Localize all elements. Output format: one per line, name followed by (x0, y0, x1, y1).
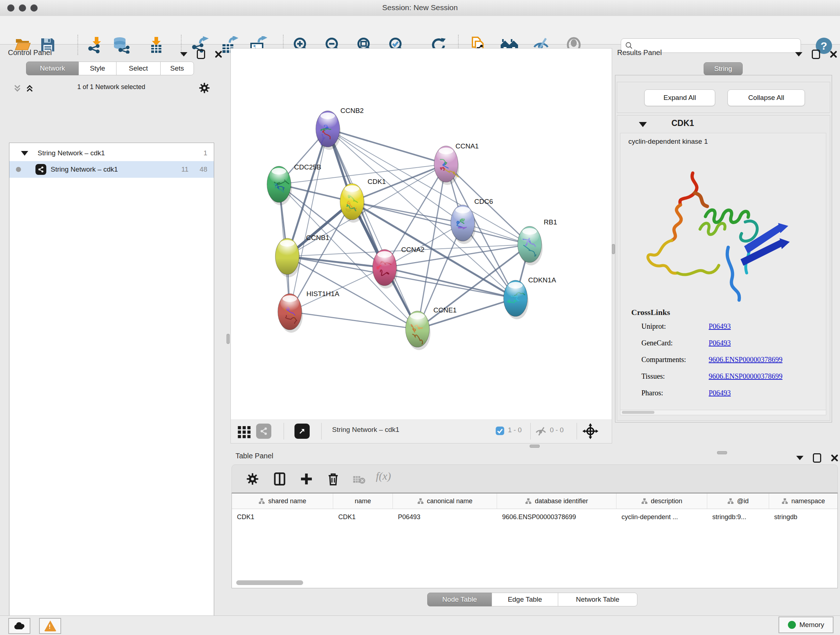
left-splitter-handle[interactable] (226, 334, 230, 344)
selected-checkbox-icon[interactable] (495, 426, 505, 436)
tab-style[interactable]: Style (79, 62, 117, 75)
node-CCNE1[interactable]: CCNE1 (406, 306, 456, 350)
close-panel-icon[interactable] (829, 50, 837, 58)
float-panel-icon[interactable] (180, 52, 187, 57)
tab-node-table[interactable]: Node Table (427, 593, 492, 606)
cytoscape-window: Session: New Session ? Control Panel (0, 0, 840, 635)
edge-HIST1H1A-CCNE1[interactable] (290, 312, 417, 329)
close-panel-icon[interactable] (215, 50, 223, 58)
create-column-plus-icon[interactable] (299, 471, 314, 486)
table-horizontal-scrollbar[interactable] (236, 580, 303, 585)
cell-canonical-name[interactable]: P06493 (393, 509, 497, 525)
delete-table-icon[interactable] (353, 474, 366, 485)
crosslink-compartments-link[interactable]: 9606.ENSP00000378699 (709, 356, 783, 364)
network-node-count: 11 (181, 165, 188, 173)
tab-edge-table[interactable]: Edge Table (492, 593, 558, 606)
float-panel-icon[interactable] (796, 456, 804, 460)
cloud-status-button[interactable] (8, 618, 30, 634)
node-RB1[interactable]: RB1 (518, 218, 557, 265)
tab-network[interactable]: Network (26, 62, 79, 75)
horizontal-scrollbar-track[interactable] (621, 410, 826, 415)
table-row[interactable]: CDK1 CDK1 P06493 9606.ENSP00000378699 cy… (232, 509, 837, 525)
tab-sets[interactable]: Sets (160, 62, 194, 75)
detach-view-icon[interactable] (294, 424, 309, 439)
results-panel: Results Panel String Expand All Collapse… (612, 44, 840, 449)
column-header[interactable]: @id (707, 494, 769, 509)
column-type-icon (641, 498, 648, 505)
function-builder-icon[interactable]: f(x) (376, 470, 391, 482)
string-panel-toggle-icon[interactable] (256, 424, 271, 439)
memory-button[interactable]: Memory (778, 616, 834, 633)
node-HIST1H1A[interactable]: HIST1H1A (278, 290, 339, 333)
edge-CDKN1A-CCNE1[interactable] (417, 298, 515, 329)
table-settings-gear-icon[interactable] (246, 472, 259, 486)
crosslink-pharos-link[interactable]: P06493 (709, 389, 731, 397)
horizontal-scrollbar-thumb[interactable] (622, 411, 654, 414)
network-edge-count: 48 (200, 165, 207, 173)
edge-CCNB1-CCNA2[interactable] (287, 256, 385, 268)
collection-expand-icon[interactable] (21, 151, 28, 156)
cloud-icon (13, 621, 26, 631)
crosslink-genecard-link[interactable]: P06493 (709, 339, 731, 347)
network-graph[interactable]: CCNB2CCNA1CDC25BCDK1CDC6RB1CCNB1CCNA2CDK… (231, 49, 612, 419)
warning-status-button[interactable]: ! (39, 618, 61, 634)
control-panel-tabs: Network Style Select Sets (27, 62, 194, 75)
node-CCNA2[interactable]: CCNA2 (373, 246, 424, 288)
maximize-panel-icon[interactable] (812, 50, 820, 59)
tab-network-table[interactable]: Network Table (558, 593, 638, 606)
cell-at-id[interactable]: stringdb:9... (707, 509, 769, 525)
close-panel-icon[interactable] (831, 454, 838, 462)
bottom-splitter-handle[interactable] (530, 445, 540, 448)
edge-CCNB2-CCNE1[interactable] (328, 129, 417, 329)
gene-name: CDK1 (671, 119, 694, 128)
network-collection-row[interactable]: String Network – cdk1 1 (9, 145, 214, 161)
warning-icon: ! (44, 621, 57, 631)
edge-CCNA2-CDKN1A[interactable] (385, 268, 515, 298)
show-columns-icon[interactable] (272, 471, 287, 486)
cell-name[interactable]: CDK1 (333, 509, 393, 525)
network-row[interactable]: String Network – cdk1 11 48 (9, 161, 214, 178)
hidden-eye-icon[interactable] (535, 425, 547, 437)
birds-eye-grid-icon[interactable] (237, 424, 252, 439)
network-canvas[interactable]: CCNB2CCNA1CDC25BCDK1CDC6RB1CCNB1CCNA2CDK… (231, 48, 612, 420)
control-panel: Control Panel Network Style Select Sets … (0, 44, 223, 616)
node-label-CCNB2: CCNB2 (340, 107, 363, 114)
title-bar: Session: New Session (0, 0, 840, 16)
cell-database-identifier[interactable]: 9606.ENSP00000378699 (497, 509, 616, 525)
network-view-title: String Network – cdk1 (332, 426, 399, 434)
results-panel-header-controls (795, 50, 837, 59)
cell-shared-name[interactable]: CDK1 (232, 509, 333, 525)
edge-CCNA2-HIST1H1A[interactable] (290, 268, 385, 312)
edge-CCNB2-HIST1H1A[interactable] (290, 129, 328, 312)
node-label-CCNE1: CCNE1 (433, 306, 456, 314)
control-panel-header-controls (180, 50, 223, 59)
node-label-CDC25B: CDC25B (294, 163, 321, 171)
expand-all-button[interactable]: Expand All (644, 89, 715, 106)
column-header[interactable]: description (616, 494, 707, 509)
edge-CCNB2-CCNA1[interactable] (328, 129, 446, 164)
node-CDKN1A[interactable]: CDKN1A (504, 276, 556, 319)
column-header[interactable]: canonical name (393, 494, 497, 509)
float-panel-icon[interactable] (795, 52, 802, 57)
crosslink-uniprot-link[interactable]: P06493 (709, 322, 731, 331)
entry-collapse-icon[interactable] (639, 122, 647, 127)
node-CCNB2[interactable]: CCNB2 (316, 107, 363, 150)
cell-description[interactable]: cyclin-dependent ... (616, 509, 707, 525)
column-header[interactable]: namespace (769, 494, 837, 509)
tab-select[interactable]: Select (116, 62, 161, 75)
node-CCNA1[interactable]: CCNA1 (434, 142, 478, 185)
collapse-all-button[interactable]: Collapse All (728, 89, 805, 106)
column-header[interactable]: database identifier (497, 494, 616, 509)
maximize-panel-icon[interactable] (197, 50, 205, 59)
crosslink-tissues-link[interactable]: 9606.ENSP00000378699 (709, 372, 783, 380)
fit-selected-crosshair-icon[interactable] (583, 423, 598, 439)
tab-string-results[interactable]: String (704, 62, 743, 75)
maximize-panel-icon[interactable] (813, 453, 821, 463)
gear-icon[interactable] (198, 82, 210, 94)
delete-column-trash-icon[interactable] (326, 471, 340, 486)
cell-namespace[interactable]: stringdb (769, 509, 837, 525)
column-header[interactable]: shared name (232, 494, 333, 509)
string-network-icon (35, 164, 46, 175)
column-header[interactable]: name (333, 494, 393, 509)
table-header-row: shared name name canonical name database… (232, 494, 837, 509)
